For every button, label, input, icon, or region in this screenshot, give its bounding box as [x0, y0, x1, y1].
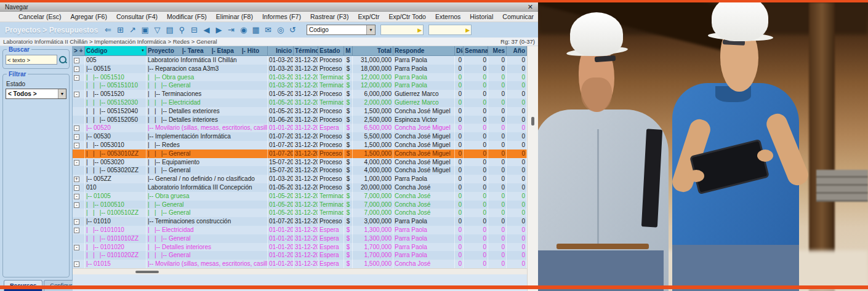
table-row[interactable]: -|-- 00520|-- Movilario (sillas, mesas, … [73, 124, 527, 132]
cell-ano: 0 [507, 234, 527, 243]
header-ano[interactable]: Año [507, 46, 527, 55]
header-inicio[interactable]: Inicio [268, 46, 294, 55]
header-moneda[interactable]: M [344, 46, 353, 55]
collapse-icon[interactable]: - [74, 245, 79, 250]
collapse-icon[interactable]: - [74, 126, 79, 131]
header-codigo[interactable]: Código▼ [85, 46, 147, 55]
menu-item-cancelar-esc[interactable]: Cancelar (Esc) [18, 13, 61, 20]
menu-item-historial[interactable]: Historial [470, 13, 493, 20]
target-icon[interactable]: ◎ [275, 25, 286, 35]
menu-item-exp-ctr[interactable]: Exp/Ctr [358, 13, 379, 20]
export-record-icon[interactable]: ↗ [127, 25, 138, 35]
menu-item-consultar-f[interactable]: Consultar (F4) [116, 13, 158, 20]
collapse-icon[interactable]: - [74, 219, 79, 225]
menu-item-agregar-f[interactable]: Agregar (F6) [70, 13, 107, 20]
chevron-down-icon[interactable]: ▼ [58, 89, 66, 98]
table-row[interactable]: -| |-- 0101020| |-- Detalles interiores0… [73, 243, 527, 252]
expand-icon[interactable]: + [74, 177, 79, 182]
collapse-icon[interactable]: - [74, 202, 79, 208]
table-row-selected[interactable]: | | |-- 0053010ZZ| | |-- General01-07-20… [73, 149, 527, 158]
table-row[interactable]: -010Laboratorio Informática III Concepci… [73, 183, 527, 192]
header-responde[interactable]: Responde [393, 46, 455, 55]
search-icon[interactable]: ⚲ [177, 25, 187, 35]
collapse-icon[interactable]: - [74, 66, 79, 72]
table-row[interactable]: +|-- 005ZZ|-- General / no definido / no… [73, 175, 527, 183]
table-row[interactable]: | | |-- 005151010| | |-- General01-03-20… [73, 81, 527, 90]
table-row[interactable]: -| |-- 0053010| |-- Redes01-07-201731-12… [73, 141, 527, 149]
table-row[interactable]: -| |-- 0051520| |-- Terminaciones01-05-2… [73, 90, 527, 98]
table-row[interactable]: | | |-- 005152030| | |-- Electricidad01-… [73, 98, 527, 107]
header-expand[interactable]: > + [73, 46, 85, 55]
chevron-down-icon[interactable]: ▼ [366, 25, 375, 34]
collapse-icon[interactable]: - [74, 92, 79, 97]
collapse-icon[interactable]: - [74, 160, 79, 165]
collapse-icon[interactable]: - [74, 185, 79, 191]
collapse-icon[interactable]: - [74, 134, 79, 140]
search-input[interactable] [6, 55, 57, 65]
collapse-icon[interactable]: - [74, 194, 79, 199]
header-proyecto[interactable]: Proyecto|- Tarea|- Etapa|- Hito [147, 46, 268, 55]
print-icon[interactable]: ▤ [164, 25, 175, 35]
table-row[interactable]: -| |-- 0053020| |-- Equipamiento15-07-20… [73, 158, 527, 167]
table-row[interactable]: | | |-- 0100510ZZ| | |-- General01-05-20… [73, 209, 527, 217]
search-icon[interactable] [59, 56, 66, 63]
table-row[interactable]: -|-- 00530|-- Implementación Informática… [73, 132, 527, 141]
add-record-icon[interactable]: ⊞ [115, 25, 126, 35]
header-total[interactable]: Total [353, 46, 393, 55]
cell-mes: 0 [488, 166, 507, 175]
menu-item-rastrear-f[interactable]: Rastrear (F3) [310, 13, 348, 20]
header-dia[interactable]: Día [455, 46, 464, 55]
table-row[interactable]: -|-- 01005|-- Obra gruesa01-05-201731-12… [73, 192, 527, 201]
menu-item-informes-f[interactable]: Informes (F7) [262, 13, 301, 20]
search-value-field-1[interactable]: ▶ [380, 25, 424, 35]
scrollbar-thumb[interactable] [531, 117, 534, 126]
table-row[interactable]: | | |-- 005152040| | |-- Detalles exteri… [73, 107, 527, 116]
back-icon[interactable]: ⇐ [103, 25, 113, 35]
estado-select[interactable]: < Todos > ▼ [6, 89, 66, 99]
table-row[interactable]: | | |-- 0053020ZZ| | |-- General15-07-20… [73, 166, 527, 175]
header-mes[interactable]: Mes [488, 46, 507, 55]
horizontal-scrollbar[interactable] [73, 268, 527, 274]
table-row[interactable]: -| |-- 0101010| |-- Electricidad01-01-20… [73, 226, 527, 234]
go-arrow-icon[interactable]: ▶ [465, 27, 470, 33]
table-row[interactable]: | | |-- 0101010ZZ| | |-- General01-01-20… [73, 234, 527, 243]
search-column-select[interactable]: Codigo ▼ [307, 25, 376, 35]
copy-record-icon[interactable]: ▣ [140, 25, 150, 35]
table-row[interactable]: -005Laboratorio Informática II Chillán01… [73, 56, 527, 65]
close-icon[interactable]: ✕ [528, 4, 533, 10]
collapse-icon[interactable]: - [74, 143, 79, 148]
table-row[interactable]: | | |-- 0101020ZZ| | |-- General01-01-20… [73, 251, 527, 260]
table-row[interactable]: -|-- 00515|-- Reparacion casa A3m301-03-… [73, 65, 527, 73]
collapse-icon[interactable]: ⊟ [189, 25, 199, 35]
table-row[interactable]: -| |-- 0100510| |-- General01-05-201731-… [73, 201, 527, 209]
search-value-field-2[interactable]: ▶ [428, 25, 472, 35]
table-row[interactable]: -|-- 01010|-- Terminaciones construcción… [73, 217, 527, 226]
next-record-icon[interactable]: ▶ [214, 25, 224, 35]
table-row[interactable]: -|-- 01015|-- Movilario (sillas, mesas, … [73, 260, 527, 268]
collapse-icon[interactable]: - [74, 58, 79, 63]
delete-filter-icon[interactable]: ▽ [152, 25, 163, 35]
header-estado[interactable]: Estado [318, 46, 344, 55]
header-termino[interactable]: Término [294, 46, 318, 55]
prev-record-icon[interactable]: ◀ [201, 25, 212, 35]
menu-item-modificar-f[interactable]: Modificar (F5) [167, 13, 207, 20]
menu-item-externos[interactable]: Externos [435, 13, 460, 20]
header-semana[interactable]: Semana [464, 46, 488, 55]
vertical-scrollbar[interactable] [527, 46, 538, 291]
comment-icon[interactable]: ✉ [263, 25, 273, 35]
menu-item-exp-ctr-todo[interactable]: Exp/Ctr Todo [388, 13, 426, 20]
history-icon[interactable]: ↺ [287, 25, 298, 35]
table-row[interactable]: -| |-- 0051510| |-- Obra guesa01-03-2017… [73, 73, 527, 82]
collapse-icon[interactable]: - [74, 228, 79, 233]
go-to-end-icon[interactable]: ⇥ [226, 25, 236, 35]
go-arrow-icon[interactable]: ▶ [417, 27, 422, 33]
collapse-icon[interactable]: - [74, 261, 79, 267]
cell-ano: 0 [507, 65, 527, 73]
scrollbar-thumb[interactable] [135, 271, 159, 273]
collapse-icon[interactable]: - [74, 75, 79, 81]
table-row[interactable]: | | |-- 005152050| | |-- Detalles interi… [73, 116, 527, 124]
view-icon[interactable]: ◉ [238, 25, 249, 35]
menu-item-eliminar-f[interactable]: Eliminar (F8) [216, 13, 253, 20]
menu-item-comunicar[interactable]: Comunicar [502, 13, 534, 20]
modules-icon[interactable]: ▦ [251, 25, 261, 35]
